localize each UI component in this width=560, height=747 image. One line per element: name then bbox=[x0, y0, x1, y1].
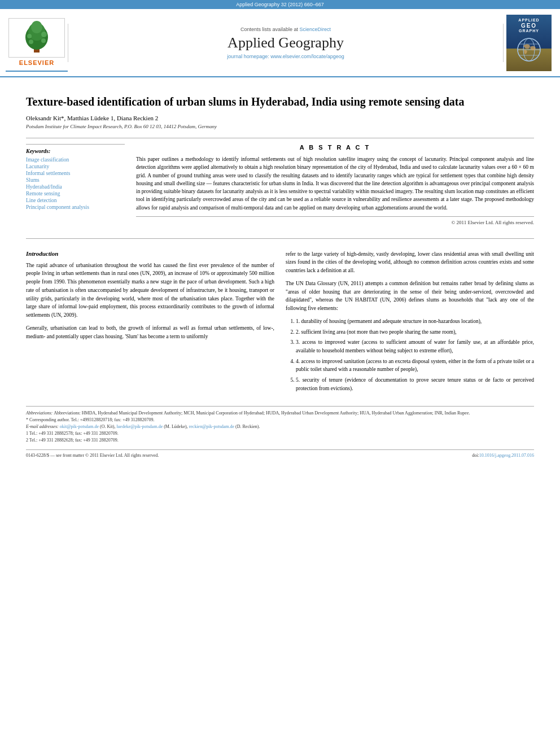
ag-applied: APPLIED bbox=[518, 18, 539, 22]
svg-point-7 bbox=[41, 38, 46, 43]
abstract-col: A B S T R A C T This paper outlines a me… bbox=[136, 144, 534, 234]
footnote-abbreviations: Abbreviations: Abbreviations: HMDA, Hyde… bbox=[26, 410, 534, 417]
elsevier-tree-icon bbox=[17, 20, 56, 54]
ag-graphy: Graphy bbox=[519, 29, 539, 33]
divider bbox=[26, 138, 534, 138]
section-divider bbox=[26, 238, 534, 239]
doi-link[interactable]: 10.1016/j.apgeog.2011.07.016 bbox=[479, 453, 534, 458]
keyword-8[interactable]: Principal component analysis bbox=[26, 204, 125, 210]
intro-left-col: Introduction The rapid advance of urbani… bbox=[26, 250, 274, 397]
ag-logo: APPLIED GEo Graphy bbox=[506, 15, 552, 71]
abstract-block: A B S T R A C T This paper outlines a me… bbox=[136, 144, 534, 225]
affiliation: Potsdam Institute for Climate Impact Res… bbox=[26, 124, 534, 129]
intro-right-para-2: The UN Data Glossary (UN, 2011) attempts… bbox=[286, 279, 534, 313]
elsevier-logo: ELSEVIER bbox=[6, 14, 68, 72]
email-luedeke[interactable]: luedeke@pik-potsdam.de bbox=[116, 424, 163, 429]
list-item-3: 3. access to improved water (access to s… bbox=[296, 338, 534, 355]
slum-criteria-list: 1. durability of housing (permanent and … bbox=[286, 317, 534, 393]
intro-heading: Introduction bbox=[26, 250, 274, 257]
intro-para-2: Generally, urbanisation can lead to both… bbox=[26, 324, 274, 340]
intro-right-para-1: refer to the large variety of high-densi… bbox=[286, 250, 534, 275]
paper-container: Texture-based identification of urban sl… bbox=[9, 77, 551, 469]
top-bar: Applied Geography 32 (2012) 660–667 bbox=[0, 0, 560, 9]
keywords-col: Keywords: Image classification Lacunarit… bbox=[26, 144, 125, 234]
ag-globe-icon bbox=[515, 36, 543, 64]
keyword-7[interactable]: Line detection bbox=[26, 198, 125, 203]
abstract-text: This paper outlines a methodology to ide… bbox=[136, 155, 534, 212]
keyword-5[interactable]: Hyderabad/India bbox=[26, 184, 125, 190]
homepage-link[interactable]: journal homepage: www.elsevier.com/locat… bbox=[227, 54, 344, 59]
list-item-4: 4. access to improved sanitation (access… bbox=[296, 357, 534, 374]
svg-point-4 bbox=[27, 34, 32, 38]
paper-title: Texture-based identification of urban sl… bbox=[26, 94, 534, 109]
sciencedirect-link[interactable]: ScienceDirect bbox=[300, 27, 331, 32]
abstract-section: Keywords: Image classification Lacunarit… bbox=[26, 144, 534, 234]
bottom-bar: 0143-6228/$ — see front matter © 2011 El… bbox=[26, 449, 534, 458]
list-item-1: 1. durability of housing (permanent and … bbox=[296, 317, 534, 326]
list-item-2: 2. sufficient living area (not more than… bbox=[296, 328, 534, 337]
issn-line: 0143-6228/$ — see front matter © 2011 El… bbox=[26, 453, 159, 458]
keyword-4[interactable]: Slums bbox=[26, 177, 125, 183]
ag-geo: GEo bbox=[521, 23, 537, 29]
copyright: © 2011 Elsevier Ltd. All rights reserved… bbox=[136, 216, 534, 225]
journal-citation: Applied Geography 32 (2012) 660–667 bbox=[236, 2, 324, 7]
svg-point-3 bbox=[31, 21, 42, 33]
footnote-corresponding: * Corresponding author. Tel.: +499312882… bbox=[26, 417, 534, 423]
introduction-section: Introduction The rapid advance of urbani… bbox=[26, 250, 534, 397]
keyword-1[interactable]: Image classification bbox=[26, 157, 125, 163]
intro-para-1: The rapid advance of urbanisation throug… bbox=[26, 261, 274, 320]
intro-right-col: refer to the large variety of high-densi… bbox=[286, 250, 534, 397]
keyword-2[interactable]: Lacunarity bbox=[26, 164, 125, 169]
elsevier-wordmark: ELSEVIER bbox=[19, 59, 54, 66]
ag-logo-container: APPLIED GEo Graphy bbox=[504, 15, 554, 71]
footnote-tel2: 2 Tel.: +49 331 28882628; fax: +49 331 2… bbox=[26, 437, 534, 444]
authors: Oleksandr Kit*, Matthias Lüdeke 1, Diana… bbox=[26, 115, 534, 121]
contents-line: Contents lists available at ScienceDirec… bbox=[74, 27, 497, 32]
journal-title: Applied Geography bbox=[74, 34, 497, 51]
footnotes: Abbreviations: Abbreviations: HMDA, Hyde… bbox=[26, 406, 534, 444]
email-reckien[interactable]: reckien@pik-potsdam.de bbox=[189, 424, 234, 429]
journal-header: ELSEVIER Contents lists available at Sci… bbox=[0, 9, 560, 77]
keywords-title: Keywords: bbox=[26, 148, 125, 154]
doi-line: doi:10.1016/j.apgeog.2011.07.016 bbox=[472, 453, 534, 458]
svg-point-5 bbox=[41, 32, 47, 37]
list-item-5: 5. security of tenure (evidence of docum… bbox=[296, 376, 534, 392]
keywords-box: Keywords: Image classification Lacunarit… bbox=[26, 144, 125, 210]
keyword-6[interactable]: Remote sensing bbox=[26, 191, 125, 196]
svg-point-6 bbox=[29, 40, 33, 44]
abstract-heading: A B S T R A C T bbox=[136, 144, 534, 151]
email-kit[interactable]: okit@pik-potsdam.de bbox=[60, 424, 99, 429]
footnote-tel1: 1 Tel.: +49 331 28882578; fax: +49 331 2… bbox=[26, 430, 534, 437]
footnote-email: E-mail addresses: okit@pik-potsdam.de (O… bbox=[26, 423, 534, 430]
keyword-3[interactable]: Informal settlements bbox=[26, 171, 125, 176]
journal-center: Contents lists available at ScienceDirec… bbox=[68, 24, 504, 62]
homepage-line: journal homepage: www.elsevier.com/locat… bbox=[74, 54, 497, 59]
